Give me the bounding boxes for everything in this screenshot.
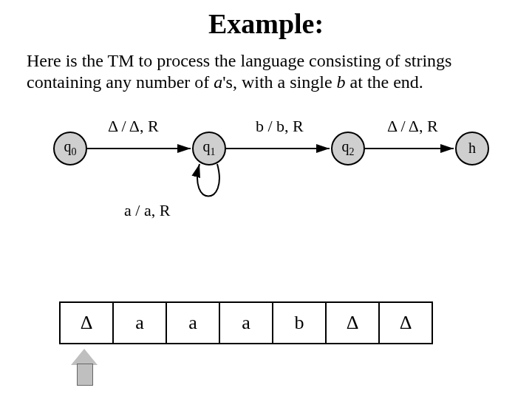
edge-q2-h: Δ / Δ, R (387, 117, 438, 136)
tape-head (74, 349, 95, 386)
edge-q1-q2: b / b, R (256, 117, 304, 136)
head-stem (77, 364, 93, 386)
tape-cell: a (166, 303, 219, 343)
tape-cell: Δ (61, 303, 112, 343)
desc-b: b (337, 72, 346, 92)
tape-cell: Δ (325, 303, 378, 343)
tape-cell: Δ (378, 303, 432, 343)
state-q2-label: q2 (342, 138, 355, 158)
page-title: Example: (0, 7, 532, 40)
desc-post: at the end. (346, 72, 423, 92)
state-h: h (455, 132, 489, 166)
state-q1-label: q1 (203, 138, 216, 158)
tape-cell: a (112, 303, 166, 343)
desc-mid: 's, with a single (222, 72, 336, 92)
state-q2: q2 (331, 132, 365, 166)
state-q0-label: q0 (64, 138, 77, 158)
tape-cell: b (272, 303, 325, 343)
edge-q1-loop: a / a, R (124, 201, 170, 220)
state-q1: q1 (192, 132, 226, 166)
tm-diagram: q0 q1 q2 h Δ / Δ, R b / b, R Δ / Δ, R a … (0, 103, 532, 251)
tape-cell: a (219, 303, 272, 343)
desc-a: a (214, 72, 222, 92)
tape: Δ a a a b Δ Δ (59, 301, 433, 344)
state-h-label: h (468, 140, 476, 157)
description: Here is the TM to process the language c… (27, 50, 505, 93)
arrow-up-icon (71, 349, 98, 365)
edge-q0-q1: Δ / Δ, R (108, 117, 159, 136)
state-q0: q0 (53, 132, 87, 166)
